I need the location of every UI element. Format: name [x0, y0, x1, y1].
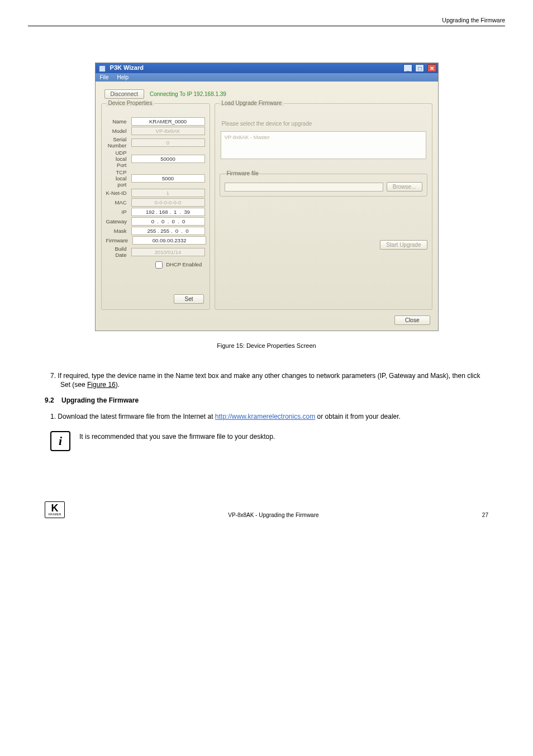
window-title: P3K Wizard	[110, 64, 144, 71]
kramer-link[interactable]: http://www.kramerelectronics.com	[215, 413, 315, 420]
section-heading: 9.2 Upgrading the Firmware	[45, 396, 488, 405]
model-field	[131, 127, 205, 135]
note-text: It is recommended that you save the firm…	[79, 431, 488, 442]
kramer-logo: K KRAMER	[45, 501, 65, 518]
upgrade-hint: Please select the device for upgrade	[222, 121, 427, 127]
device-properties-legend: Device Properties	[106, 100, 155, 106]
device-list-item[interactable]: VP-8x8AK - Master	[225, 134, 270, 140]
build-field	[131, 248, 205, 256]
wizard-window: P3K Wizard _ □ ✕ File Help Disconnect Co…	[95, 63, 439, 331]
firmware-file-panel: Firmware file Browse...	[220, 174, 427, 197]
connection-status: Connecting To IP 192.168.1.39	[150, 91, 226, 97]
label-tcp: TCP local port	[106, 169, 131, 188]
label-build: Build Date	[106, 246, 131, 258]
knet-field	[131, 189, 205, 197]
label-serial: Serial Number	[106, 136, 131, 149]
page-number: 27	[482, 512, 488, 518]
name-field[interactable]	[131, 117, 205, 126]
menubar: File Help	[96, 73, 438, 82]
start-upgrade-button[interactable]: Start Upgrade	[380, 240, 427, 250]
mac-field	[131, 198, 205, 207]
label-firmware: Firmware	[106, 237, 133, 243]
close-window-button[interactable]: ✕	[427, 64, 436, 72]
device-properties-panel: Device Properties Name Model Serial Numb…	[101, 103, 210, 310]
label-gateway: Gateway	[106, 218, 132, 224]
dhcp-label: DHCP Enabled	[166, 261, 202, 267]
label-mac: MAC	[106, 199, 131, 205]
label-model: Model	[106, 128, 131, 134]
footer-text: VP-8x8AK - Upgrading the Firmware	[228, 512, 318, 518]
firmware-field[interactable]	[132, 236, 206, 245]
app-icon	[99, 65, 106, 72]
tcp-field[interactable]	[131, 174, 205, 183]
menu-help[interactable]: Help	[117, 74, 129, 80]
disconnect-button[interactable]: Disconnect	[104, 89, 144, 99]
close-button[interactable]: Close	[394, 315, 430, 325]
mask-field[interactable]	[131, 227, 205, 235]
label-udp: UDP local Port	[106, 150, 131, 168]
gateway-field[interactable]	[131, 217, 205, 226]
figure-16-ref: Figure 16	[87, 381, 116, 389]
menu-file[interactable]: File	[100, 74, 109, 80]
upgrade-panel: Load Upgrade Firmware Please select the …	[215, 103, 432, 310]
step-1: 1. Download the latest firmware file fro…	[45, 412, 488, 421]
browse-button[interactable]: Browse...	[387, 182, 422, 192]
page-header-right: Upgrading the Firmware	[442, 17, 505, 23]
minimize-button[interactable]: _	[403, 64, 412, 72]
device-listbox[interactable]: VP-8x8AK - Master	[221, 131, 426, 159]
firmware-file-input[interactable]	[225, 183, 383, 192]
upgrade-legend: Load Upgrade Firmware	[220, 100, 284, 106]
udp-field[interactable]	[131, 155, 205, 163]
titlebar: P3K Wizard _ □ ✕	[96, 63, 438, 73]
info-icon: i	[50, 431, 70, 451]
set-button[interactable]: Set	[174, 294, 203, 304]
label-ip: IP	[106, 209, 131, 215]
window-controls: _ □ ✕	[402, 64, 436, 72]
serial-field	[131, 138, 205, 147]
figure-caption: Figure 15: Device Properties Screen	[28, 342, 505, 349]
step-7: 7. If required, type the device name in …	[45, 371, 488, 389]
label-name: Name	[106, 118, 131, 125]
firmware-file-legend: Firmware file	[225, 170, 261, 176]
dhcp-checkbox[interactable]	[155, 261, 163, 269]
maximize-button[interactable]: □	[415, 64, 424, 72]
label-knet: K-Net-ID	[106, 190, 131, 196]
ip-field[interactable]	[131, 208, 205, 216]
label-mask: Mask	[106, 228, 131, 234]
